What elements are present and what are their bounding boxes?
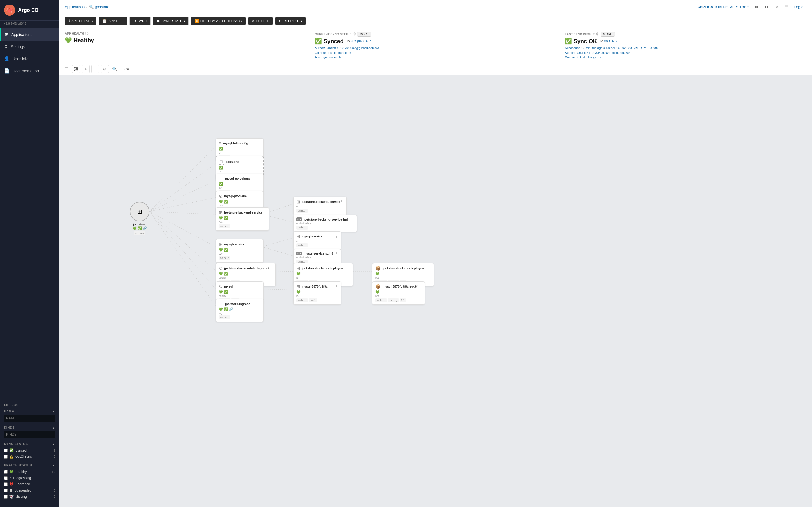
node-menu-icon[interactable]: ⋮ bbox=[269, 266, 273, 270]
history-rollback-button[interactable]: ⏪ HISTORY AND ROLLBACK bbox=[191, 17, 246, 25]
list-icon[interactable]: ☰ bbox=[783, 3, 791, 11]
progressing-count: 0 bbox=[54, 476, 55, 480]
health-icon: 💚 bbox=[219, 248, 223, 252]
grid-icon[interactable]: ⊟ bbox=[763, 3, 770, 11]
node-type-endpointslice: endpointslice bbox=[296, 256, 338, 259]
node-status-icons: 💚 ✅ bbox=[219, 248, 260, 252]
sync-button[interactable]: ↻ SYNC bbox=[130, 17, 151, 25]
node-type-deploy: deploy bbox=[219, 295, 260, 297]
name-filter: NAME ▲ bbox=[4, 409, 55, 422]
mysql-rs-node[interactable]: ⊞ mysql-5876fb9f9c ⋮ 💚 rs an hour rev:1 bbox=[293, 281, 341, 305]
warning-icon: ⚠️ bbox=[9, 455, 13, 459]
node-menu-icon[interactable]: ⋮ bbox=[335, 234, 338, 238]
svg-line-7 bbox=[149, 212, 216, 289]
sync-ok-icon: ✅ bbox=[565, 38, 572, 45]
zoom-out-button[interactable]: − bbox=[91, 65, 99, 73]
node-menu-icon[interactable]: ⋮ bbox=[257, 177, 260, 180]
name-filter-input[interactable] bbox=[4, 414, 55, 422]
node-menu-icon[interactable]: ⋮ bbox=[257, 142, 260, 145]
node-running: running bbox=[388, 298, 399, 302]
node-time: an hour bbox=[296, 243, 308, 247]
healthy-checkbox[interactable] bbox=[4, 470, 8, 474]
node-status-icons: ✅ bbox=[219, 182, 260, 186]
graph-canvas: ⊞ jpetstore 💚 ✅ 🔗 an hour bbox=[59, 75, 454, 328]
app-details-button[interactable]: ℹ APP DETAILS bbox=[65, 17, 96, 25]
jpetstore-ingress-node[interactable]: ↔ jpetstore-ingress ⋮ 💚 ✅ 🔗 ing an hour bbox=[216, 299, 264, 322]
filter-progressing: ○ Progressing 0 bbox=[4, 475, 55, 481]
svg-line-3 bbox=[149, 198, 216, 212]
sidebar-item-user-info[interactable]: 👤 User Info bbox=[0, 53, 59, 65]
node-type-ing: ing bbox=[219, 312, 260, 315]
last-sync-ref-link[interactable]: 8a31487 bbox=[604, 39, 617, 43]
outofsync-checkbox[interactable] bbox=[4, 455, 8, 459]
node-menu-icon[interactable]: ⋮ bbox=[257, 302, 260, 306]
node-menu-icon[interactable]: ⋮ bbox=[262, 210, 266, 214]
image-view-button[interactable]: 🖼 bbox=[72, 65, 80, 73]
health-icon: 💚 bbox=[219, 200, 223, 204]
sidebar-item-applications[interactable]: ⊞ Applications bbox=[0, 29, 59, 41]
node-menu-icon[interactable]: ⋮ bbox=[350, 217, 354, 221]
graph-area: ☰ 🖼 + − ⊖ 🔍 80% ⊞ jpetstore 💚 ✅ bbox=[59, 63, 812, 507]
node-menu-icon[interactable]: ⋮ bbox=[257, 194, 260, 198]
node-type-rs: rs bbox=[296, 276, 350, 279]
zoom-in-button[interactable]: + bbox=[82, 65, 90, 73]
breadcrumb-applications-link[interactable]: Applications bbox=[65, 5, 85, 9]
progressing-checkbox[interactable] bbox=[4, 476, 8, 480]
mysql-service-node[interactable]: ⊞ mysql-service ⋮ 💚 ✅ svc an hour bbox=[216, 239, 264, 263]
sidebar-logo: 🐙 Argo CD bbox=[0, 0, 59, 20]
missing-count: 0 bbox=[54, 495, 55, 498]
root-node-status: 💚 ✅ 🔗 bbox=[133, 226, 147, 230]
delete-button[interactable]: ✕ DELETE bbox=[248, 17, 273, 25]
fit-button[interactable]: ⊖ bbox=[101, 65, 109, 73]
node-menu-icon[interactable]: ⋮ bbox=[257, 284, 260, 288]
sync-status-button[interactable]: ⏺ SYNC STATUS bbox=[153, 17, 188, 25]
sync-icon: ✅ bbox=[224, 290, 228, 294]
kinds-filter-input[interactable] bbox=[4, 431, 55, 438]
missing-checkbox[interactable] bbox=[4, 495, 8, 499]
node-menu-icon[interactable]: ⋮ bbox=[257, 160, 260, 164]
node-menu-icon[interactable]: ⋮ bbox=[257, 242, 260, 246]
refresh-button[interactable]: ↺ REFRESH ▾ bbox=[275, 17, 306, 25]
node-menu-icon[interactable]: ⋮ bbox=[340, 200, 343, 204]
mysql-service-ep-node[interactable]: ⊞ mysql-service ⋮ ep an hour bbox=[293, 231, 341, 250]
jpetstore-backend-service-ind-node[interactable]: ES jpetstore-backend-service-Ind... ⋮ en… bbox=[293, 215, 357, 232]
sync-ref-link[interactable]: k3s (8a31487) bbox=[351, 39, 372, 43]
node-menu-icon[interactable]: ⋮ bbox=[335, 251, 338, 256]
filter-degraded-label: Degraded bbox=[15, 482, 30, 486]
jpetstore-backend-service-node[interactable]: ⊞ jpetstore-backend-service ⋮ 💚 ✅ svc an… bbox=[216, 207, 269, 231]
root-app-node[interactable]: ⊞ jpetstore 💚 ✅ 🔗 an hour bbox=[130, 202, 149, 235]
delete-icon: ✕ bbox=[252, 19, 255, 23]
filter-suspended: ⏸ Suspended 0 bbox=[4, 487, 55, 494]
node-type-endpointslice: endpointslice bbox=[296, 222, 354, 225]
logout-button[interactable]: Log out bbox=[794, 5, 806, 9]
svg-line-0 bbox=[149, 147, 216, 212]
synced-checkbox[interactable] bbox=[4, 449, 8, 452]
suspended-checkbox[interactable] bbox=[4, 489, 8, 492]
node-menu-icon[interactable]: ⋮ bbox=[427, 266, 431, 270]
filter-progressing-label: Progressing bbox=[13, 476, 31, 480]
current-sync-more-button[interactable]: MORE bbox=[357, 32, 371, 37]
degraded-checkbox[interactable] bbox=[4, 483, 8, 486]
mysql-pod-node[interactable]: 📦 mysql-5876fb9f9c-sgc84 ⋮ 💚 pod an hour… bbox=[372, 281, 425, 305]
hierarchy-icon[interactable]: ⊞ bbox=[753, 3, 760, 11]
list-view-button[interactable]: ☰ bbox=[63, 65, 70, 73]
network-icon[interactable]: ⊠ bbox=[773, 3, 781, 11]
search-button[interactable]: 🔍 bbox=[110, 65, 118, 73]
node-menu-icon[interactable]: ⋮ bbox=[418, 284, 422, 288]
sidebar-item-documentation[interactable]: 📄 Documentation bbox=[0, 65, 59, 77]
app-diff-button[interactable]: 📋 APP DIFF bbox=[99, 17, 127, 25]
deploy-icon: ↻ bbox=[219, 284, 222, 289]
sidebar-item-settings[interactable]: ⚙ Settings bbox=[0, 41, 59, 53]
node-time: an hour bbox=[296, 209, 308, 213]
node-menu-icon[interactable]: ⋮ bbox=[335, 284, 338, 288]
jpetstore-backend-service-ep-node[interactable]: ⊞ jpetstore-backend-service ⋮ ep an hour bbox=[293, 196, 347, 215]
last-sync-value: ✅ Sync OK To 8a31487 bbox=[565, 38, 806, 45]
status-bar: APP HEALTH ⓘ 💚 Healthy CURRENT SYNC STAT… bbox=[59, 28, 812, 63]
sync-check-icon: ✅ bbox=[315, 38, 322, 45]
sidebar-nav: ⊞ Applications ⚙ Settings 👤 User Info 📄 … bbox=[0, 29, 59, 392]
back-button[interactable]: ← bbox=[0, 392, 59, 400]
node-menu-icon[interactable]: ⋮ bbox=[347, 266, 350, 270]
last-sync-more-button[interactable]: MORE bbox=[601, 32, 615, 37]
breadcrumb-current-app: jpetstore bbox=[95, 5, 109, 9]
node-type-svc: svc bbox=[219, 252, 260, 255]
